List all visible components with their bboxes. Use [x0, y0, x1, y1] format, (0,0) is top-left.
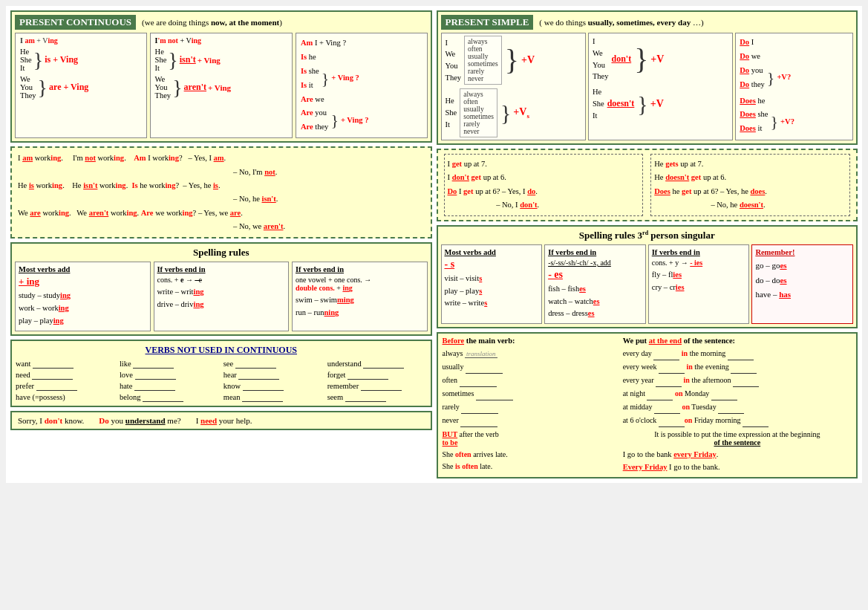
ps-affirmative: I We You They always often usually somet… [441, 33, 586, 140]
verbs-not-continuous-box: VERBS NOT USED IN CONTINUOUS want like s… [10, 340, 432, 407]
neg-i-row: I'm not + Ving [155, 36, 287, 45]
right-column: PRESENT SIMPLE ( we do things usually, s… [437, 10, 858, 478]
simple-examples-box: I get up at 7. I don't get up at 6. Do I… [437, 149, 858, 221]
ps-negative: I We You They don't } +V He [588, 33, 733, 140]
sp-col1-title: Most verbs add [19, 265, 147, 273]
ps-subtitle: ( we do things usually, sometimes, every… [539, 18, 703, 27]
left-column: PRESENT CONTINUOUS (we are doing things … [10, 10, 432, 478]
sp3-remember: Remember! go – goes do – does have – has [751, 244, 853, 324]
sp-col3-title: If verbs end in [296, 265, 424, 273]
ps-conjugation-grid: I We You They always often usually somet… [441, 33, 854, 140]
present-simple-box: PRESENT SIMPLE ( we do things usually, s… [437, 10, 858, 145]
pc-header: PRESENT CONTINUOUS (we are doing things … [15, 15, 428, 30]
pc-examples-box: I am working. I'm not working. Am I work… [10, 146, 432, 239]
neg-we-group: We You They } aren't + Ving [155, 75, 287, 100]
sp3-col-2: If verbs end in -s/-ss/-sh/-ch/ -x, add … [544, 244, 646, 324]
time-before-verb: Before the main verb: always translation… [443, 337, 619, 474]
neg-he-group: He She It } isn't + Ving [155, 48, 287, 72]
spelling-col-2: If verbs end in cons. + e → –e write – w… [154, 262, 290, 331]
sp3-grid: Most verbs add - s visit – visits play –… [441, 244, 854, 324]
sp3-col-1: Most verbs add - s visit – visits play –… [441, 244, 543, 324]
ps-question: Do I Do we Do you Do they } +V? [735, 33, 853, 140]
present-continuous-box: PRESENT CONTINUOUS (we are doing things … [10, 10, 432, 143]
aff-i-row: I am + Ving [20, 36, 142, 45]
sp3-title: Spelling rules 3rd person singular [441, 230, 854, 241]
aff-we-group: We You They } are + Ving [20, 75, 142, 100]
spelling-col-3: If verbs end in one vowel + one cons. → … [292, 262, 428, 331]
sp-col2-title: If verbs end in [157, 265, 286, 273]
spelling-title: Spelling rules [15, 247, 428, 259]
bottom-examples-box: Sorry, I don't know. Do you understand m… [10, 411, 432, 430]
ps-header: PRESENT SIMPLE ( we do things usually, s… [441, 15, 854, 30]
spelling-col-1: Most verbs add + ing study – studying wo… [15, 262, 151, 331]
time-expressions-box: Before the main verb: always translation… [437, 332, 858, 478]
pc-question: Am I + Ving ? Is he Is she Is it } + Vin… [296, 33, 428, 138]
verbs-title: VERBS NOT USED IN CONTINUOUS [16, 345, 427, 356]
sp3-col-3: If verbs end in cons. + y → - ies fly – … [648, 244, 750, 324]
spelling-rules-box: Spelling rules Most verbs add + ing stud… [10, 242, 432, 335]
pc-affirmative: I am + Ving He She It } is + Ving [15, 33, 147, 138]
pc-conjugation-grid: I am + Ving He She It } is + Ving [15, 33, 428, 138]
simple-ex-right: He gets up at 7. He doesn't get up at 6.… [650, 154, 850, 216]
page: PRESENT CONTINUOUS (we are doing things … [6, 6, 862, 483]
pc-title: PRESENT CONTINUOUS [15, 15, 136, 30]
verbs-grid: want like see understand need love hear … [16, 360, 427, 402]
time-end-sentence: We put at the end of the sentence: every… [623, 337, 852, 474]
pc-negative: I'm not + Ving He She It } isn't + Ving [150, 33, 293, 138]
spelling-3rd-box: Spelling rules 3rd person singular Most … [437, 225, 858, 329]
ps-title: PRESENT SIMPLE [441, 15, 534, 30]
spelling-grid: Most verbs add + ing study – studying wo… [15, 262, 428, 331]
pc-subtitle: (we are doing things now, at the moment) [142, 18, 282, 27]
simple-ex-left: I get up at 7. I don't get up at 6. Do I… [444, 154, 644, 216]
aff-he-group: He She It } is + Ving [20, 48, 142, 72]
